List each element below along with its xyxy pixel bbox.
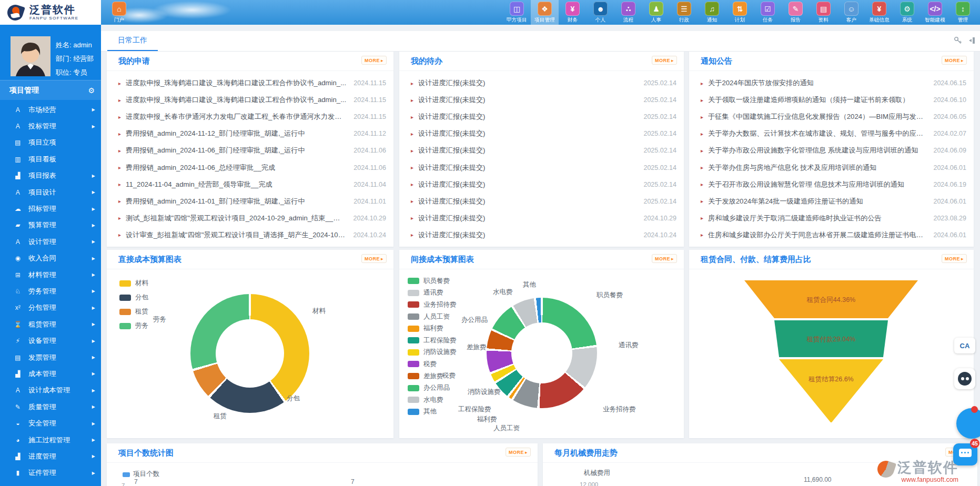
legend-item[interactable]: 分包 <box>119 290 148 305</box>
service-avatar-icon[interactable] <box>954 368 975 389</box>
legend-item[interactable]: 职员餐费 <box>408 275 457 287</box>
gear-icon[interactable]: ⚙ <box>88 86 95 95</box>
sidebar-item[interactable]: ⌛ 租赁管理 ▶ <box>0 316 101 332</box>
list-item[interactable]: ▸ 费用报销_admin_2024-11-06_部门经理审批_胡建,_运行中 2… <box>118 142 386 159</box>
list-item[interactable]: ▸ 住房和城乡建设部办公厅关于同意吉林省开展二级建造师注册证书电子证书试点...… <box>701 227 966 244</box>
sidebar-item[interactable]: ◉ 收入合同 ▶ <box>0 250 101 267</box>
list-item[interactable]: ▸ 设计进度汇报(未提交) 2025.02.14 <box>411 176 676 193</box>
more-button[interactable]: MORE▸ <box>361 56 387 65</box>
key-icon[interactable] <box>954 36 962 45</box>
topnav-item[interactable]: ✎ 报告 <box>782 0 810 25</box>
legend-item[interactable]: 消防设施费 <box>408 347 457 359</box>
legend-item[interactable]: 福利费 <box>408 322 457 335</box>
topnav-item[interactable]: ♫ 通知 <box>698 0 726 25</box>
topnav-item[interactable]: ▤ 资料 <box>810 0 837 25</box>
topnav-item-portal[interactable]: ⌂ 门户 <box>105 0 133 25</box>
legend-item[interactable]: 业务招待费 <box>408 299 457 311</box>
sidebar-item[interactable]: ☁ 招标管理 ▶ <box>0 200 101 217</box>
list-item[interactable]: ▸ 关于举办大数据、云计算技术在城市建设、规划、管理与服务中的应用培训班... … <box>701 125 966 142</box>
list-item[interactable]: ▸ 设计进度汇报(未提交) 2024.10.29 <box>411 210 676 227</box>
list-item[interactable]: ▸ 关于2024年国庆节放假安排的通知 2024.06.15 <box>701 75 966 92</box>
list-item[interactable]: ▸ 进度款申报_珠海鹤港口建设_珠海鹤港口建设工程合作协议书_admin_...… <box>118 75 386 92</box>
list-item[interactable]: ▸ 费用报销_admin_2024-11-06_总经理审批__完成 2024.1… <box>118 159 386 176</box>
sidebar-item[interactable]: ▥ 项目看板 ▶ <box>0 151 101 167</box>
list-item[interactable]: ▸ 进度款申报_长春市伊通河水力发电厂改建工程_长春市伊通河水力发电... 20… <box>118 108 386 125</box>
list-item[interactable]: ▸ 费用报销_admin_2024-11-01_部门经理审批_胡建,_运行中 2… <box>118 193 386 210</box>
ca-certificate-button[interactable]: CA <box>954 338 975 353</box>
sidebar-item[interactable]: ⚡ 设备管理 ▶ <box>0 332 101 349</box>
sidebar-section-header[interactable]: 项目管理 ⚙ <box>0 80 101 100</box>
sidebar-item[interactable]: ▮ 证件管理 ▶ <box>0 465 101 481</box>
more-button[interactable]: MORE▸ <box>942 254 967 263</box>
sidebar-item[interactable]: ▤ 项目立项 ▶ <box>0 135 101 151</box>
list-item[interactable]: ▸ 设计进度汇报(未提交) 2025.02.14 <box>411 159 676 176</box>
legend-item[interactable]: 水电费 <box>408 394 457 406</box>
sidebar-item[interactable]: A 项目设计 ▶ <box>0 184 101 200</box>
topnav-item[interactable]: ☑ 任务 <box>754 0 782 25</box>
sidebar-item[interactable]: ▟ 进度管理 ▶ <box>0 448 101 464</box>
list-item[interactable]: ▸ 设计进度汇报(未提交) 2025.02.14 <box>411 125 676 142</box>
funnel-band[interactable] <box>779 359 883 422</box>
list-item[interactable]: ▸ 于征集《中国建筑施工行业信息化发展报告（2024）—BIM应用与发展》材料.… <box>701 108 966 125</box>
list-item[interactable]: ▸ 关于领取一级注册建造师增项贴的通知（须持一建证书前来领取） 2024.06.… <box>701 92 966 108</box>
legend-swatch[interactable] <box>123 472 130 477</box>
topnav-item[interactable]: ↕ 管理 <box>949 0 977 25</box>
legend-item[interactable]: 工程保险费 <box>408 335 457 347</box>
list-item[interactable]: ▸ 关于举办住房与房地产信息化 技术及应用培训班的通知 2024.06.01 <box>701 159 966 176</box>
collapse-panel-icon[interactable] <box>967 36 976 45</box>
list-item[interactable]: ▸ 设计进度汇报(未提交) 2024.10.24 <box>411 227 676 244</box>
topnav-item[interactable]: ⚙ 系统 <box>893 0 921 25</box>
list-item[interactable]: ▸ 设计进度汇报(未提交) 2025.02.14 <box>411 75 676 92</box>
list-item[interactable]: ▸ 设计进度汇报(未提交) 2025.02.14 <box>411 142 676 159</box>
lease-funnel-chart[interactable]: 租赁合同44.36%租赁付款29.04%租赁结算26.6% <box>736 277 926 430</box>
topnav-item[interactable]: </> 智能建模 <box>921 0 949 25</box>
more-button[interactable]: MORE▸ <box>942 56 967 65</box>
topnav-item[interactable]: ¥ 基础信息 <box>865 0 893 25</box>
topnav-item[interactable]: ☰ 行政 <box>670 0 698 25</box>
legend-item[interactable]: 租赁 <box>119 305 148 319</box>
list-item[interactable]: ▸ 房和城乡建设厅关于取消二级建造师临时执业证书的公告 2023.08.29 <box>701 210 966 227</box>
more-button[interactable]: MORE▸ <box>652 254 677 263</box>
legend-item[interactable]: 其他 <box>408 406 457 418</box>
topnav-item[interactable]: ❖ 项目管理 <box>531 0 559 25</box>
list-item[interactable]: ▸ 进度款申报_珠海鹤港口建设_珠海鹤港口建设工程合作协议书_admin_...… <box>118 92 386 108</box>
sidebar-item[interactable]: ◒ 安全管理 ▶ <box>0 415 101 431</box>
tab-daily-work[interactable]: 日常工作 <box>107 31 158 51</box>
more-button[interactable]: MORE▸ <box>506 448 531 457</box>
sidebar-item[interactable]: ◕ 施工过程管理 ▶ <box>0 432 101 448</box>
topnav-item[interactable]: ∴ 流程 <box>614 0 642 25</box>
sidebar-item[interactable]: ♘ 劳务管理 ▶ <box>0 283 101 299</box>
list-item[interactable]: ▸ 设计进度汇报(未提交) 2025.02.14 <box>411 193 676 210</box>
sidebar-item[interactable]: A 设计管理 ▶ <box>0 234 101 250</box>
topnav-item[interactable]: ☺ 客户 <box>837 0 865 25</box>
legend-item[interactable]: 材料 <box>119 276 148 290</box>
avatar[interactable] <box>11 36 50 76</box>
topnav-item[interactable]: ☻ 个人 <box>587 0 614 25</box>
list-item[interactable]: ▸ 关于举办市政公用设施数字化管理信息 系统建设与应用培训班的通知 2024.0… <box>701 142 966 159</box>
legend-item[interactable]: 税费 <box>408 358 457 370</box>
sidebar-item[interactable]: A 设计成本管理 ▶ <box>0 382 101 399</box>
more-button[interactable]: MORE▸ <box>652 56 677 65</box>
list-item[interactable]: ▸ 关于召开市政公用设施智慧化管理 信息技术与应用培训班的通知 2024.06.… <box>701 176 966 193</box>
topnav-item[interactable]: ⇅ 计划 <box>726 0 754 25</box>
list-item[interactable]: ▸ 设计进度汇报(未提交) 2025.02.14 <box>411 92 676 108</box>
legend-item[interactable]: 劳务 <box>119 319 148 333</box>
list-item[interactable]: ▸ 11_2024-11-04_admin_经营部_领导审批__完成 2024.… <box>118 176 386 193</box>
sidebar-item[interactable]: ▤ 发票管理 ▶ <box>0 349 101 366</box>
list-item[interactable]: ▸ 设计审查_彭祖新城"四馆"景观工程设计项目_请选择_胡产生_2024-10-… <box>118 227 386 244</box>
sidebar-item[interactable]: ▰ 预算管理 ▶ <box>0 217 101 234</box>
list-item[interactable]: ▸ 设计进度汇报(未提交) 2025.02.14 <box>411 108 676 125</box>
legend-item[interactable]: 办公用品 <box>408 382 457 394</box>
sidebar-item[interactable]: ⊞ 材料管理 ▶ <box>0 267 101 283</box>
list-item[interactable]: ▸ 测试_彭祖新城"四馆"景观工程设计项目_2024-10-29_admin_结… <box>118 210 386 227</box>
topnav-item[interactable]: ¥ 财务 <box>559 0 587 25</box>
sidebar-item[interactable]: A 投标管理 ▶ <box>0 118 101 134</box>
more-button[interactable]: MORE▸ <box>361 254 387 263</box>
sidebar-item[interactable]: x² 分包管理 ▶ <box>0 300 101 316</box>
sidebar-item[interactable]: ✎ 质量管理 ▶ <box>0 399 101 415</box>
legend-item[interactable]: 通讯费 <box>408 287 457 299</box>
legend-item[interactable]: 人员工资 <box>408 311 457 323</box>
topnav-item[interactable]: ♟ 人事 <box>642 0 670 25</box>
sidebar-item[interactable]: ▟ 成本管理 ▶ <box>0 366 101 382</box>
topnav-item[interactable]: ◫ 甲方项目 <box>503 0 531 25</box>
